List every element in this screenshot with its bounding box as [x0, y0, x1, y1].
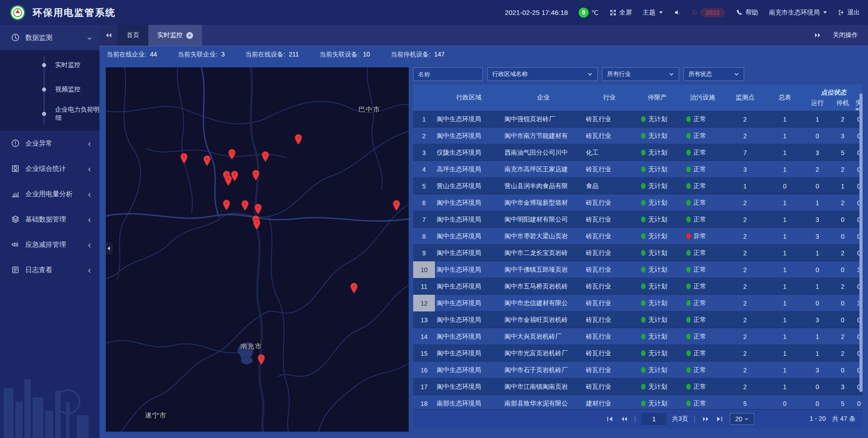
map-pin-marker[interactable] — [179, 152, 189, 164]
table-row[interactable]: 11阆中生态环境局阆中市五马桥页岩机砖砖瓦行业无计划正常21120 — [413, 278, 863, 295]
row-region-cell: 阆中生态环境局 — [435, 199, 503, 207]
status-count-value: 10 — [363, 51, 370, 58]
plan-status-label: 无计划 — [648, 249, 667, 257]
prev-page-button[interactable] — [619, 415, 628, 423]
plan-status-label: 无计划 — [648, 199, 667, 207]
status-select-value: 所有状态 — [689, 70, 712, 78]
row-region-cell: 营山生态环境局 — [435, 182, 503, 190]
facility-status-label: 正常 — [693, 149, 706, 157]
logout-button[interactable]: 退出 — [838, 9, 860, 17]
map-city-label: 巴中市 — [359, 105, 380, 113]
table-row[interactable]: 18南部生态环境局南部县致华水泥有限公建材行业无计划正常50050 — [413, 395, 863, 409]
tabs-scroll-right-button[interactable] — [814, 33, 821, 38]
close-tab-icon[interactable]: × — [186, 32, 193, 39]
table-row[interactable]: 6阆中生态环境局阆中市金博瑞新型墙材砖瓦行业无计划正常21120 — [413, 194, 863, 211]
table-row[interactable]: 2阆中生态环境局阆中市南方节能建材有砖瓦行业无计划正常21030 — [413, 127, 863, 144]
status-dot-icon — [686, 166, 691, 172]
help-button[interactable]: 帮助 — [736, 9, 758, 17]
status-dot-icon — [686, 150, 691, 155]
plan-status-label: 无计划 — [648, 266, 667, 274]
map-pin-marker[interactable] — [294, 133, 303, 145]
tabs-scroll-left-button[interactable] — [99, 25, 118, 46]
map-pin-marker[interactable] — [252, 218, 261, 230]
page-number-input[interactable] — [642, 413, 667, 425]
table-row[interactable]: 5营山生态环境局营山县润丰肉食品有限食品无计划正常10010 — [413, 178, 863, 194]
first-page-button[interactable] — [605, 415, 614, 423]
table-row[interactable]: 7阆中生态环境局阆中明阳建材有限公司砖瓦行业无计划正常21300 — [413, 211, 863, 228]
row-points-cell: 2 — [725, 333, 765, 340]
map-pin-marker[interactable] — [241, 199, 250, 211]
map-pin-marker[interactable] — [224, 174, 233, 186]
status-dot-icon — [686, 267, 691, 273]
map-pin-marker[interactable] — [254, 203, 263, 215]
next-page-button[interactable] — [701, 415, 710, 423]
last-page-button[interactable] — [715, 415, 724, 423]
table-row[interactable]: 13阆中生态环境局阆中市金福旺页岩机砖砖瓦行业无计划正常21300 — [413, 311, 863, 328]
table-row[interactable]: 10阆中生态环境局阆中千佛镇五郎垭页岩砖瓦行业无计划正常21003 — [413, 261, 863, 278]
row-company-cell: 阆中市二龙长宝页岩砖 — [503, 249, 584, 257]
tab-realtime-monitoring[interactable]: 实时监控 × — [148, 25, 202, 46]
status-select[interactable]: 所有状态 — [684, 67, 744, 81]
map-pin-marker[interactable] — [222, 199, 231, 211]
speaker-muted-icon — [674, 9, 680, 16]
map-panel[interactable]: 巴中市南充市遂宁市 — [106, 67, 409, 432]
enterprise-table-panel: 行政区域名称 所有行业 所有状态 行政区域企业行业停限产治污设施监测点总表点位状 — [413, 67, 863, 432]
table-row[interactable]: 3仪陇生态环境局西南油气田分公司川中化工无计划正常71350 — [413, 144, 863, 161]
mute-button[interactable] — [674, 9, 680, 16]
map-pin-marker[interactable] — [349, 282, 359, 294]
row-meters-cell: 1 — [765, 266, 805, 273]
theme-dropdown[interactable]: 主题 — [643, 9, 663, 17]
sidebar-group-4[interactable]: 企业用电量分析 — [0, 181, 99, 207]
table-row[interactable]: 15阆中生态环境局阆中市光富页岩机砖厂砖瓦行业无计划正常21120 — [413, 345, 863, 362]
table-row[interactable]: 1阆中生态环境局阆中强锐页岩砖厂砖瓦行业无计划正常21120 — [413, 111, 863, 127]
name-search-input[interactable] — [413, 67, 483, 81]
chevron-down-icon — [734, 71, 739, 77]
row-region-cell: 阆中生态环境局 — [435, 132, 503, 140]
map-pin-marker[interactable] — [257, 353, 266, 365]
table-row[interactable]: 17阆中生态环境局阆中市江南镇阆南页岩砖瓦行业无计划正常21030 — [413, 378, 863, 395]
page-size-select[interactable]: 20 — [730, 413, 754, 425]
status-dot-icon — [641, 116, 646, 122]
table-row[interactable]: 12阆中生态环境局阆中市忠信建材有限公砖瓦行业无计划正常21003 — [413, 295, 863, 311]
sidebar-group-5[interactable]: 基础数据管理 — [0, 207, 99, 232]
table-row[interactable]: 16阆中生态环境局阆中市石子页岩机砖厂砖瓦行业无计划正常21300 — [413, 362, 863, 378]
region-select[interactable]: 行政区域名称 — [487, 67, 598, 81]
status-summary-bar: 当前在线企业: 44当前失联企业: 3当前在线设备: 211当前失联设备: 10… — [99, 47, 868, 63]
row-index-cell: 3 — [413, 144, 435, 161]
map-pin-marker[interactable] — [227, 148, 236, 160]
logout-icon — [838, 9, 844, 16]
sidebar-item-3[interactable]: 企业电力负荷明细 — [0, 102, 99, 126]
sidebar-group-3[interactable]: 企业综合统计 — [0, 156, 99, 181]
sidebar-group-7[interactable]: 日志查看 — [0, 257, 99, 283]
table-row[interactable]: 9阆中生态环境局阆中市二龙长宝页岩砖砖瓦行业无计划正常21120 — [413, 245, 863, 261]
map-pin-marker[interactable] — [392, 199, 401, 211]
sidebar-group-6[interactable]: 应急减排管理 — [0, 232, 99, 257]
map-pin-marker[interactable] — [251, 169, 260, 181]
row-industry-cell: 砖瓦行业 — [584, 299, 635, 307]
chevron-down-icon — [659, 11, 663, 14]
sidebar-group-1[interactable]: 数据监测 — [0, 25, 99, 50]
notifications-button[interactable]: 2632 — [691, 8, 725, 17]
industry-select[interactable]: 所有行业 — [602, 67, 679, 81]
row-industry-cell: 建材行业 — [584, 400, 635, 408]
status-dot-icon — [686, 384, 691, 390]
map-pin-marker[interactable] — [203, 155, 212, 166]
close-operations-button[interactable]: 关闭操作 — [833, 31, 858, 39]
sidebar-collapse-button[interactable] — [106, 242, 113, 255]
bell-icon — [691, 9, 698, 16]
table-row[interactable]: 14阆中生态环境局阆中大兴页岩机砖厂砖瓦行业无计划正常21120 — [413, 328, 863, 345]
sidebar-group-2[interactable]: 企业异常 — [0, 131, 99, 156]
fullscreen-button[interactable]: 全屏 — [609, 9, 632, 17]
row-facility-cell: 正常 — [680, 165, 725, 174]
sidebar-item-2[interactable]: 视频监控 — [0, 77, 99, 102]
row-shutdown-cell: 2 — [830, 350, 855, 357]
sidebar-item-1[interactable]: 实时监控 — [0, 53, 99, 77]
status-dot-icon — [641, 384, 646, 390]
map-pin-marker[interactable] — [261, 151, 270, 162]
table-row[interactable]: 4高坪生态环境局南充市高坪区王家店建砖瓦行业无计划正常31220 — [413, 161, 863, 178]
status-dot-icon — [641, 317, 646, 323]
table-scrollbar[interactable] — [859, 94, 863, 392]
table-row[interactable]: 8阆中生态环境局阆中市枣碧大梁山页岩砖瓦行业无计划异常21300 — [413, 228, 863, 245]
org-dropdown[interactable]: 南充市生态环境局 — [769, 9, 827, 17]
tab-home[interactable]: 首页 — [118, 25, 148, 46]
